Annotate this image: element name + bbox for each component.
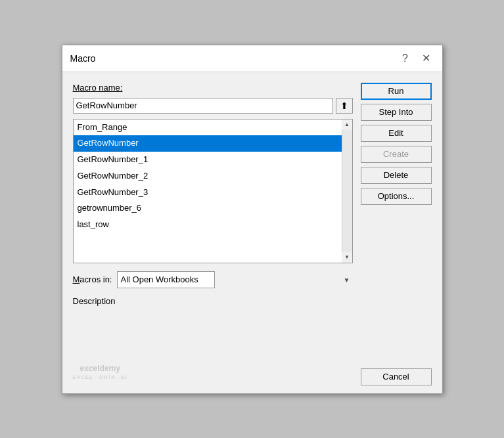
macro-name-row: ⬆	[73, 98, 353, 114]
macros-in-select[interactable]: All Open Workbooks This Workbook	[117, 271, 215, 288]
macro-list-container: From_Range GetRowNumber GetRowNumber_1 G…	[73, 119, 353, 263]
description-label: Description	[73, 296, 353, 306]
list-item[interactable]: getrownumber_6	[74, 200, 342, 217]
scrollbar: ▲ ▼	[342, 120, 352, 263]
scroll-down-button[interactable]: ▼	[342, 252, 352, 263]
dialog-body: Macro name: ⬆ From_Range GetRowNumber Ge…	[62, 72, 442, 361]
description-area	[73, 311, 353, 351]
right-panel: Run Step Into Edit Create Delete Options…	[361, 83, 432, 351]
scroll-up-button[interactable]: ▲	[342, 120, 352, 130]
macros-in-select-wrapper: All Open Workbooks This Workbook ▼	[117, 271, 352, 288]
scroll-track	[342, 130, 352, 252]
watermark-sub: EXCEL · DATA · BI	[73, 374, 128, 380]
cancel-button[interactable]: Cancel	[361, 368, 432, 385]
footer-row: exceldemy EXCEL · DATA · BI Cancel	[62, 361, 442, 393]
dialog-title: Macro	[70, 53, 96, 64]
list-item[interactable]: GetRowNumber_1	[74, 152, 342, 168]
upload-button[interactable]: ⬆	[336, 98, 353, 114]
close-button[interactable]: ✕	[419, 51, 434, 66]
edit-button[interactable]: Edit	[361, 125, 432, 142]
watermark-logo: exceldemy	[80, 364, 120, 373]
macro-name-label: Macro name:	[73, 83, 353, 93]
left-panel: Macro name: ⬆ From_Range GetRowNumber Ge…	[73, 83, 353, 351]
macro-list: From_Range GetRowNumber GetRowNumber_1 G…	[74, 120, 342, 263]
create-button[interactable]: Create	[361, 146, 432, 163]
macro-dialog: Macro ? ✕ Macro name: ⬆ From_Range GetRo…	[62, 45, 443, 394]
options-button[interactable]: Options...	[361, 188, 432, 205]
help-button[interactable]: ?	[398, 51, 413, 66]
run-button[interactable]: Run	[361, 83, 432, 100]
delete-button[interactable]: Delete	[361, 167, 432, 184]
macros-in-row: Macros in: All Open Workbooks This Workb…	[73, 271, 353, 288]
list-item[interactable]: GetRowNumber_2	[74, 168, 342, 185]
list-item[interactable]: GetRowNumber_3	[74, 185, 342, 201]
list-item-selected[interactable]: GetRowNumber	[74, 135, 342, 152]
macro-name-input[interactable]	[73, 98, 333, 114]
list-item[interactable]: From_Range	[74, 120, 342, 136]
select-arrow-icon: ▼	[344, 276, 350, 283]
list-item[interactable]: last_row	[74, 217, 342, 233]
step-into-button[interactable]: Step Into	[361, 104, 432, 121]
macros-in-label: Macros in:	[73, 274, 112, 284]
macro-name-label-rest: acro name:	[80, 83, 122, 93]
title-bar-left: Macro	[70, 53, 96, 64]
title-bar: Macro ? ✕	[62, 45, 442, 72]
title-bar-right: ? ✕	[398, 51, 434, 66]
macro-name-label-underline: M	[73, 83, 80, 93]
watermark: exceldemy EXCEL · DATA · BI	[73, 364, 128, 385]
